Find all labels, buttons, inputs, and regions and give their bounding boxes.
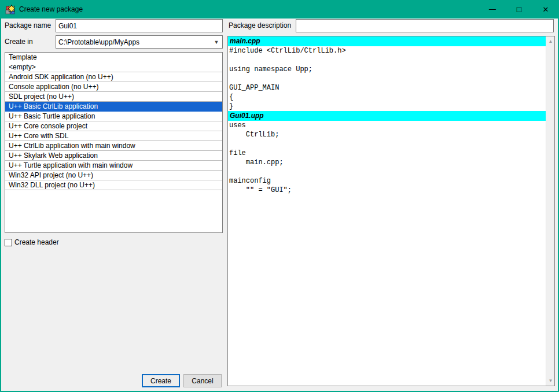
template-list-item[interactable]: Win32 API project (no U++) <box>5 171 222 180</box>
scroll-up-icon[interactable]: ▲ <box>546 37 555 46</box>
window-title: Create new package <box>19 5 83 13</box>
create-in-value: C:\Prototable\upp/MyApps <box>56 38 211 46</box>
template-list-item-selected[interactable]: U++ Basic CtrlLib application <box>5 102 222 112</box>
titlebar[interactable]: Create new package — □ ✕ <box>0 0 559 19</box>
package-name-label: Package name <box>5 19 51 32</box>
create-new-package-dialog: Create new package — □ ✕ Package name Cr… <box>0 0 559 392</box>
maximize-button[interactable]: □ <box>506 0 532 19</box>
app-icon <box>5 5 15 14</box>
template-list-item[interactable]: U++ CtrlLib application with main window <box>5 141 222 151</box>
package-name-input[interactable] <box>56 19 223 32</box>
template-list-item[interactable]: U++ Turtle application with main window <box>5 161 222 171</box>
preview-main-cpp-header: main.cpp <box>228 36 546 46</box>
scroll-down-icon[interactable]: ▼ <box>546 376 555 385</box>
caption-buttons: — □ ✕ <box>479 0 559 19</box>
template-list-item[interactable]: Console application (no U++) <box>5 82 222 92</box>
template-list-header[interactable]: Template <box>5 53 222 62</box>
chevron-down-icon: ▼ <box>211 39 222 45</box>
preview-upp-file-header: Gui01.upp <box>228 111 546 121</box>
template-list-item[interactable]: U++ Core console project <box>5 121 222 131</box>
create-header-option: Create header <box>5 238 59 247</box>
template-list-item[interactable]: Win32 DLL project (no U++) <box>5 180 222 190</box>
package-description-input[interactable] <box>296 19 554 32</box>
package-description-label: Package description <box>229 19 291 32</box>
preview-main-cpp-code: #include <CtrlLib/CtrlLib.h> using names… <box>228 46 546 111</box>
create-in-combobox[interactable]: C:\Prototable\upp/MyApps ▼ <box>56 35 223 49</box>
minimize-icon: — <box>489 6 496 13</box>
template-list-item[interactable]: Android SDK application (no U++) <box>5 72 222 82</box>
template-list-item[interactable]: U++ Basic Turtle application <box>5 112 222 121</box>
create-button[interactable]: Create <box>142 374 180 387</box>
preview-upp-file-code: uses CtrlLib; file main.cpp; mainconfig … <box>228 121 546 195</box>
close-button[interactable]: ✕ <box>532 0 559 19</box>
close-icon: ✕ <box>543 6 549 13</box>
template-list-item[interactable]: <empty> <box>5 62 222 72</box>
template-list-item[interactable]: U++ Skylark Web application <box>5 151 222 161</box>
create-in-label: Create in <box>5 35 33 49</box>
create-header-label: Create header <box>14 238 59 247</box>
dialog-content: Package name Create in C:\Prototable\upp… <box>1 19 558 391</box>
preview-content: main.cpp #include <CtrlLib/CtrlLib.h> us… <box>228 36 546 386</box>
minimize-button[interactable]: — <box>479 0 506 19</box>
template-list-item[interactable]: SDL project (no U++) <box>5 92 222 102</box>
package-preview-panel: main.cpp #include <CtrlLib/CtrlLib.h> us… <box>227 36 555 386</box>
create-header-checkbox[interactable] <box>5 239 12 246</box>
template-list-item[interactable]: U++ Core with SDL <box>5 131 222 141</box>
maximize-icon: □ <box>517 5 521 13</box>
cancel-button[interactable]: Cancel <box>183 374 222 387</box>
preview-scrollbar[interactable]: ▲ ▼ <box>546 36 554 386</box>
template-list: Template <empty> Android SDK application… <box>5 52 223 233</box>
